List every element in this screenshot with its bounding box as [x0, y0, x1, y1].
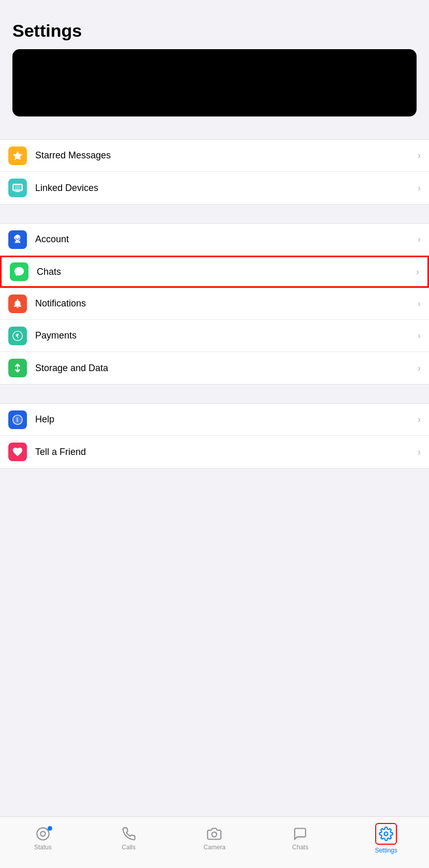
tab-chats[interactable]: Chats [257, 826, 343, 851]
svg-rect-1 [15, 185, 21, 189]
help-item[interactable]: i Help › [0, 404, 429, 436]
svg-point-11 [40, 831, 45, 836]
svg-text:₹: ₹ [16, 333, 19, 339]
help-icon: i [8, 410, 27, 429]
storage-data-icon [8, 359, 27, 377]
account-icon [8, 230, 27, 249]
linked-devices-label: Linked Devices [35, 183, 418, 194]
profile-block [12, 49, 417, 116]
chats-label: Chats [37, 267, 416, 277]
starred-messages-item[interactable]: Starred Messages › [0, 140, 429, 172]
starred-messages-label: Starred Messages [35, 150, 418, 161]
tell-friend-icon [8, 443, 27, 461]
chats-icon [10, 262, 28, 281]
payments-label: Payments [35, 330, 418, 341]
settings-icon [378, 826, 394, 842]
calls-icon [121, 826, 137, 842]
status-notification-dot [48, 826, 52, 831]
chevron-icon: › [418, 330, 421, 341]
svg-point-13 [384, 832, 388, 835]
chevron-icon: › [418, 234, 421, 245]
svg-point-12 [212, 832, 217, 836]
calls-tab-label: Calls [122, 844, 136, 851]
payments-item[interactable]: ₹ Payments › [0, 320, 429, 352]
notifications-item[interactable]: Notifications › [0, 288, 429, 320]
tell-friend-item[interactable]: Tell a Friend › [0, 436, 429, 468]
support-section: i Help › Tell a Friend › [0, 403, 429, 468]
tab-bar: Status Calls Camera Chats [0, 816, 429, 868]
account-label: Account [35, 234, 418, 245]
svg-rect-4 [16, 241, 19, 241]
chevron-icon: › [418, 150, 421, 161]
status-icon [35, 826, 51, 842]
camera-icon [206, 826, 222, 842]
tell-friend-label: Tell a Friend [35, 447, 418, 458]
settings-tab-label: Settings [375, 847, 397, 854]
chevron-icon: › [418, 298, 421, 309]
linked-devices-icon [8, 179, 27, 197]
chevron-icon: › [418, 183, 421, 194]
tab-status[interactable]: Status [0, 826, 86, 851]
notifications-icon [8, 295, 27, 313]
tab-settings[interactable]: Settings [343, 823, 429, 854]
starred-messages-icon [8, 146, 27, 165]
storage-data-item[interactable]: Storage and Data › [0, 352, 429, 384]
tab-calls[interactable]: Calls [86, 826, 172, 851]
shortcuts-section: Starred Messages › Linked Devices › [0, 139, 429, 204]
page-title: Settings [0, 0, 429, 49]
chats-item[interactable]: Chats › [0, 256, 429, 288]
account-item[interactable]: Account › [0, 224, 429, 256]
storage-data-label: Storage and Data [35, 363, 418, 374]
chevron-icon: › [416, 267, 419, 277]
chevron-icon: › [418, 414, 421, 425]
tab-camera[interactable]: Camera [172, 826, 258, 851]
help-label: Help [35, 414, 418, 425]
svg-text:i: i [17, 416, 18, 423]
chats-tab-label: Chats [292, 844, 308, 851]
notifications-label: Notifications [35, 298, 418, 309]
chevron-icon: › [418, 447, 421, 458]
payments-icon: ₹ [8, 327, 27, 345]
camera-tab-label: Camera [203, 844, 226, 851]
linked-devices-item[interactable]: Linked Devices › [0, 172, 429, 204]
svg-point-10 [37, 828, 49, 840]
status-tab-label: Status [34, 844, 52, 851]
chats-tab-icon [292, 826, 308, 842]
main-section: Account › Chats › Notifications [0, 223, 429, 385]
settings-tab-box [375, 823, 397, 845]
svg-point-5 [17, 299, 19, 300]
chevron-icon: › [418, 363, 421, 374]
